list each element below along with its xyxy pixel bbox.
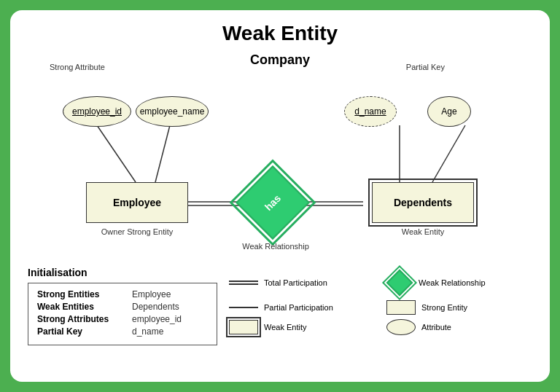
age-label: Age [441, 106, 456, 117]
page-title: Weak Entity [28, 22, 532, 45]
init-val-2: employee_id [132, 314, 182, 324]
init-key-3: Partial Key [37, 326, 132, 337]
init-val-3: d_name [132, 326, 163, 337]
bottom-section: Initialisation Strong Entities Employee … [28, 267, 532, 345]
entity-employee-label: Employee [113, 197, 161, 208]
entity-dependents: Dependents [372, 182, 474, 223]
total-participation-icon [229, 279, 258, 286]
legend-item-weak-entity: Weak Entity [229, 320, 375, 334]
weak-entity-icon [229, 320, 258, 334]
partial-key-label: Partial Key [406, 63, 445, 71]
svg-line-1 [155, 125, 170, 182]
legend-label-attribute: Attribute [421, 323, 451, 332]
legend-label-weak-rel: Weak Relationship [419, 278, 486, 287]
diagram-area: Strong Attribute Company Partial Key emp… [28, 52, 532, 264]
init-row-2: Strong Attributes employee_id [37, 314, 208, 324]
init-container: Initialisation Strong Entities Employee … [28, 267, 217, 345]
legend-label-partial: Partial Participation [264, 303, 333, 312]
d-name-label: d_name [354, 106, 386, 117]
employee-name-label: employee_name [140, 106, 205, 117]
legend-item-partial: Partial Participation [229, 303, 375, 312]
owner-strong-entity-label: Owner Strong Entity [86, 227, 188, 236]
legend-label-total: Total Participation [264, 278, 327, 287]
init-key-0: Strong Entities [37, 289, 132, 299]
init-box: Strong Entities Employee Weak Entities D… [28, 283, 217, 345]
weak-relationship-label: Weak Relationship [228, 242, 323, 251]
svg-line-7 [432, 125, 465, 182]
init-row-0: Strong Entities Employee [37, 289, 208, 299]
legend-diamond [386, 270, 413, 297]
company-label: Company [250, 52, 310, 68]
weak-entity-label: Weak Entity [372, 227, 474, 236]
entity-dependents-label: Dependents [394, 197, 452, 208]
init-row-1: Weak Entities Dependents [37, 302, 208, 312]
init-key-1: Weak Entities [37, 302, 132, 312]
init-val-0: Employee [132, 289, 171, 299]
legend-item-weak-rel: Weak Relationship [386, 270, 532, 296]
main-card: Weak Entity Strong Attribute Company Par… [10, 10, 550, 382]
legend-label-strong-entity: Strong Entity [421, 303, 467, 312]
init-title: Initialisation [28, 267, 217, 278]
legend-label-weak-entity: Weak Entity [264, 323, 307, 332]
strong-entity-icon [386, 300, 416, 315]
legend-item-attribute: Attribute [386, 319, 532, 335]
relationship-diamond: has [244, 173, 302, 232]
legend: Total Participation Weak Relationship Pa… [229, 267, 532, 335]
partial-participation-icon [229, 307, 258, 308]
employee-id-label: employee_id [72, 106, 122, 117]
init-row-3: Partial Key d_name [37, 326, 208, 337]
strong-attr-label: Strong Attribute [50, 63, 105, 71]
ellipse-employee-name: employee_name [136, 96, 209, 127]
init-val-1: Dependents [132, 302, 179, 312]
entity-employee: Employee [86, 182, 188, 223]
init-key-2: Strong Attributes [37, 314, 132, 324]
legend-item-strong-entity: Strong Entity [386, 300, 532, 315]
legend-item-total: Total Participation [229, 278, 375, 287]
ellipse-age: Age [427, 96, 471, 127]
weak-relationship-icon [386, 270, 413, 296]
svg-line-0 [97, 125, 136, 182]
attribute-icon [386, 319, 416, 335]
ellipse-d-name: d_name [344, 96, 397, 127]
ellipse-employee-id: employee_id [63, 96, 131, 127]
